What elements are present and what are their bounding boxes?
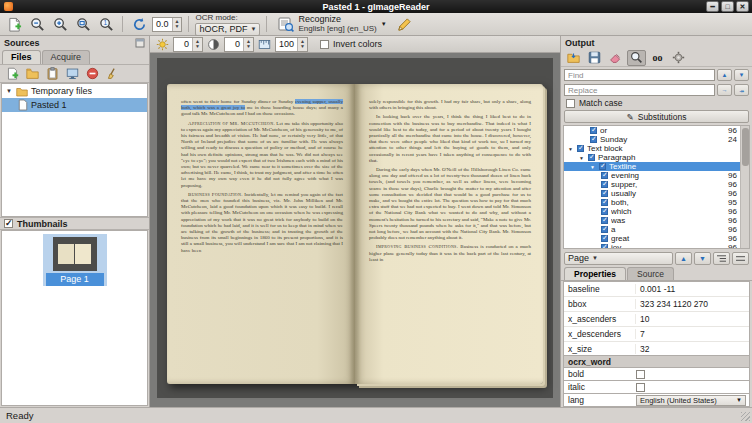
word-checkbox[interactable]	[601, 199, 608, 206]
resolution-spinbox[interactable]: 100 ▲▼	[275, 37, 308, 52]
word-row[interactable]: usually96	[564, 189, 749, 198]
word-checkbox[interactable]	[590, 136, 597, 143]
word-row[interactable]: great96	[564, 234, 749, 243]
rotate-button[interactable]	[129, 15, 149, 34]
thumbnails-checkbox[interactable]	[4, 219, 13, 228]
property-row-bold[interactable]: bold	[563, 368, 750, 381]
zoom-original-button[interactable]: 1	[96, 15, 116, 34]
image-canvas[interactable]: often went to their home for Sunday dinn…	[150, 53, 560, 407]
word-checkbox[interactable]	[601, 181, 608, 188]
find-input[interactable]	[564, 69, 715, 81]
textline-checkbox[interactable]	[599, 163, 606, 170]
word-checkbox[interactable]	[601, 172, 608, 179]
word-row[interactable]: both,95	[564, 198, 749, 207]
language-combobox[interactable]: English (United States) ▼	[636, 395, 746, 406]
word-checkbox[interactable]	[601, 217, 608, 224]
substitutions-button[interactable]: ✎ Substitutions	[564, 110, 749, 123]
zoom-fit-button[interactable]	[73, 15, 93, 34]
page-combobox[interactable]: Page ▼	[564, 252, 673, 265]
ocr-mode-combobox[interactable]: hOCR, PDF ▼	[195, 23, 260, 36]
thumbnail-page-1[interactable]: Page 1	[43, 234, 107, 286]
block-checkbox[interactable]	[577, 145, 584, 152]
screenshot-button[interactable]	[63, 66, 81, 82]
remove-source-button[interactable]	[83, 66, 101, 82]
clear-sources-button[interactable]	[103, 66, 121, 82]
replace-all-button[interactable]: ↠	[734, 84, 749, 96]
property-row[interactable]: baseline0.001 -11	[564, 282, 749, 297]
property-row[interactable]: x_ascenders10	[564, 312, 749, 327]
pasted-image[interactable]: often went to their home for Sunday dinn…	[157, 58, 553, 398]
tree-row-temporary-files[interactable]: ▼ Temporary files	[2, 84, 147, 98]
word-checkbox[interactable]	[601, 226, 608, 233]
property-row-italic[interactable]: italic	[563, 381, 750, 394]
match-case-checkbox[interactable]	[566, 99, 575, 108]
paste-clipboard-button[interactable]	[43, 66, 61, 82]
spinner-arrows[interactable]: ▲▼	[172, 18, 182, 31]
word-checkbox[interactable]	[590, 127, 597, 134]
bold-checkbox[interactable]	[636, 370, 645, 379]
add-images-button[interactable]	[3, 66, 21, 82]
open-output-button[interactable]	[564, 50, 583, 66]
expander-icon[interactable]: ▼	[6, 88, 13, 94]
tree-scrollbar[interactable]	[740, 126, 749, 248]
find-next-button[interactable]: ▼	[734, 69, 749, 81]
italic-checkbox[interactable]	[636, 383, 645, 392]
rotation-spinbox[interactable]: 0.0 ▲▼	[152, 17, 182, 32]
find-prev-button[interactable]: ▲	[717, 69, 732, 81]
replace-input[interactable]	[564, 84, 715, 96]
tree-row-pasted-1[interactable]: Pasted 1	[2, 98, 147, 112]
minimize-button[interactable]: ━	[706, 1, 719, 12]
tab-source[interactable]: Source	[627, 267, 674, 280]
word-row[interactable]: was96	[564, 216, 749, 225]
maximize-button[interactable]: □	[721, 1, 734, 12]
textline-row-selected[interactable]: ▼Textline	[564, 162, 749, 171]
word-checkbox[interactable]	[601, 244, 608, 249]
scrollbar-thumb[interactable]	[742, 128, 749, 166]
zoom-out-button[interactable]	[27, 15, 47, 34]
contrast-spinbox[interactable]: 0 ▲▼	[224, 37, 254, 52]
tab-acquire[interactable]: Acquire	[42, 50, 91, 64]
postprocess-button[interactable]	[395, 15, 415, 34]
zoom-in-button[interactable]	[50, 15, 70, 34]
tab-files[interactable]: Files	[2, 50, 41, 64]
substitutions-toolbar-button[interactable]: oo	[648, 50, 667, 66]
property-row[interactable]: bbox323 234 1120 270	[564, 297, 749, 312]
paragraph-row[interactable]: ▼Paragraph	[564, 153, 749, 162]
tab-properties[interactable]: Properties	[564, 267, 626, 280]
expander-icon[interactable]: ▼	[590, 164, 596, 170]
add-folder-button[interactable]	[23, 66, 41, 82]
property-row[interactable]: x_descenders7	[564, 327, 749, 342]
nav-up-button[interactable]: ▲	[675, 252, 692, 265]
expander-icon[interactable]: ▼	[579, 155, 585, 161]
word-checkbox[interactable]	[601, 208, 608, 215]
nav-down-button[interactable]: ▼	[694, 252, 711, 265]
word-row[interactable]: supper,96	[564, 180, 749, 189]
detach-pane-icon[interactable]	[135, 38, 145, 48]
save-output-button[interactable]	[585, 50, 604, 66]
collapse-all-button[interactable]	[732, 252, 749, 265]
expand-all-button[interactable]	[713, 252, 730, 265]
expander-icon[interactable]: ▼	[568, 146, 574, 152]
textblock-row[interactable]: ▼Text block	[564, 144, 749, 153]
replace-button[interactable]: →	[717, 84, 732, 96]
word-row[interactable]: which96	[564, 207, 749, 216]
property-row-lang[interactable]: lang English (United States) ▼	[563, 394, 750, 407]
word-row[interactable]: or96	[564, 126, 749, 135]
word-checkbox[interactable]	[601, 235, 608, 242]
find-replace-button[interactable]	[627, 50, 646, 66]
word-row[interactable]: evening96	[564, 171, 749, 180]
word-checkbox[interactable]	[601, 190, 608, 197]
invert-colors-checkbox[interactable]	[320, 40, 329, 49]
titlebar[interactable]: Pasted 1 - gImageReader ━ □ ✕	[0, 0, 752, 13]
paragraph-checkbox[interactable]	[588, 154, 595, 161]
output-settings-button[interactable]	[669, 50, 688, 66]
word-row[interactable]: a96	[564, 225, 749, 234]
word-row[interactable]: Sunday24	[564, 135, 749, 144]
recognize-button[interactable]: Recognize English [eng] (en_US) ▼	[273, 14, 391, 34]
property-row[interactable]: x_size32	[564, 342, 749, 356]
close-button[interactable]: ✕	[736, 1, 749, 12]
brightness-spinbox[interactable]: 0 ▲▼	[173, 37, 203, 52]
paste-image-button[interactable]	[4, 15, 24, 34]
word-row[interactable]: joy96	[564, 243, 749, 249]
clear-output-button[interactable]	[606, 50, 625, 66]
